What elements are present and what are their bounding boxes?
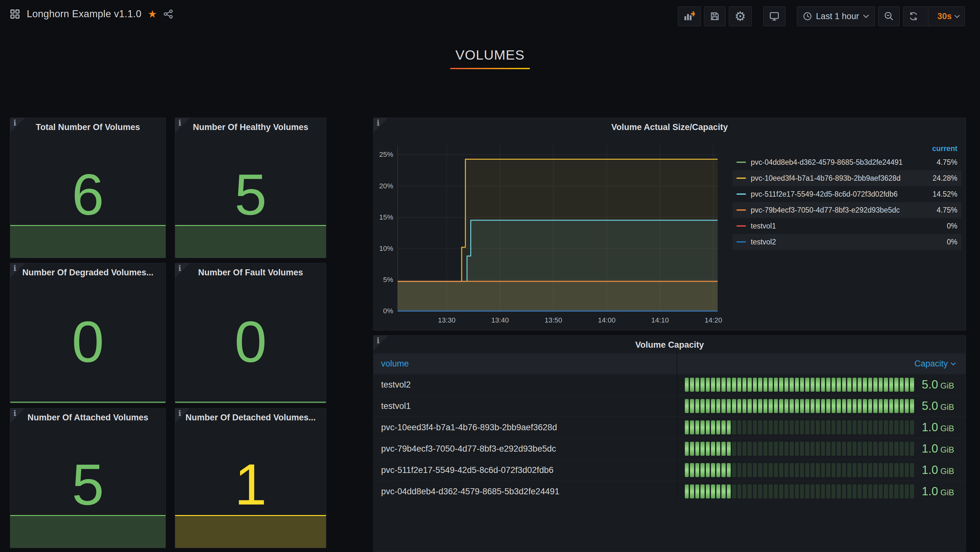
gauge-cell [695,399,699,413]
gauge-cell [863,399,867,413]
gauge-cell [795,399,799,413]
gauge-cell [695,463,699,477]
panel-info-icon[interactable]: i [175,118,190,132]
gauge-cell [832,399,835,413]
capacity-lcd-gauge [685,485,914,498]
gauge-cell [706,442,710,456]
gauge-cell [805,420,809,434]
gauge-cell [774,399,778,413]
gauge-cell [884,485,888,498]
table-panel-title[interactable]: Volume Capacity [374,340,966,350]
dashboard-title[interactable]: Longhorn Example v1.1.0 [27,8,142,20]
dashboard-header: Longhorn Example v1.1.0 ★ [10,8,173,20]
settings-button[interactable]: ⚙ [729,6,752,26]
gauge-cell [779,378,783,392]
cycle-view-mode-button[interactable] [763,6,786,26]
stat-panel-title[interactable]: Number Of Healthy Volumes [175,122,326,132]
stat-panel-title[interactable]: Total Number Of Volumes [10,122,165,132]
gauge-cell [764,399,767,413]
refresh-interval-dropdown[interactable]: 30s [933,11,964,21]
gauge-cell [753,463,757,477]
legend-series-current-value: 4.75% [937,206,958,214]
zoom-out-button[interactable] [878,6,900,26]
gauge-cell [879,420,883,434]
legend-series-name[interactable]: testvol2 [751,238,940,246]
timeseries-plot[interactable] [398,145,718,311]
gauge-cell [873,463,877,477]
table-row: pvc-10eed3f4-b7a1-4b76-893b-2bb9aef3628d… [374,416,966,438]
gauge-cell [889,442,893,456]
info-icon: i [178,118,181,128]
panel-info-icon[interactable]: i [374,118,388,132]
chart-legend: currentpvc-04dd8eb4-d362-4579-8685-5b3d2… [733,143,961,250]
gauge-cell [826,463,830,477]
gauge-cell [889,420,893,434]
gauge-cell [884,399,888,413]
stat-panel-title[interactable]: Number Of Detached Volumes... [175,413,326,423]
time-range-picker[interactable]: Last 1 hour [797,6,875,26]
panel-info-icon[interactable]: i [10,408,25,423]
gauge-cell [700,442,704,456]
dashboard-grid-icon[interactable] [10,9,21,19]
panel-info-icon[interactable]: i [175,408,190,423]
stat-panel-title[interactable]: Number Of Fault Volumes [175,268,326,278]
legend-series-name[interactable]: pvc-10eed3f4-b7a1-4b76-893b-2bb9aef3628d [751,174,926,183]
gauge-cell [700,378,704,392]
gauge-cell [842,485,846,498]
gauge-cell [837,399,840,413]
table-row: pvc-511f2e17-5549-42d5-8c6d-072f3d02fdb6… [374,459,966,480]
column-header-volume[interactable]: volume [374,359,409,369]
chart-panel-title[interactable]: Volume Actual Size/Capacity [374,122,966,132]
share-icon[interactable] [163,9,173,19]
gauge-cell [753,399,757,413]
star-icon[interactable]: ★ [148,9,157,19]
panel-info-icon[interactable]: i [10,263,25,278]
gauge-cell [685,378,689,392]
column-header-capacity[interactable]: Capacity [915,359,966,369]
table-row: pvc-79b4ecf3-7050-4d77-8bf3-e292d93be5dc… [374,438,966,459]
gauge-cell [858,463,862,477]
gauge-cell [884,442,888,456]
refresh-button[interactable] [903,11,924,21]
gauge-cell [711,442,715,456]
legend-series-name[interactable]: pvc-511f2e17-5549-42d5-8c6d-072f3d02fdb6 [751,190,926,199]
gauge-cell [800,378,804,392]
panel-info-icon[interactable]: i [10,118,25,132]
gauge-cell [816,399,819,413]
table-row: pvc-04dd8eb4-d362-4579-8685-5b3d2fe24491… [374,480,966,502]
stat-panel-title[interactable]: Number Of Attached Volumes [10,413,165,423]
gauge-cell [879,399,883,413]
stat-panel-title[interactable]: Number Of Degraded Volumes... [10,268,165,278]
legend-series-name[interactable]: pvc-79b4ecf3-7050-4d77-8bf3-e292d93be5dc [751,206,930,214]
info-icon: i [13,118,16,128]
gauge-cell [879,485,883,498]
gauge-cell [732,399,736,413]
gauge-cell [790,399,794,413]
gauge-cell [847,463,851,477]
gauge-cell [868,378,872,392]
table-header-row: volumeCapacity [374,353,966,374]
gauge-cell [690,442,694,456]
gauge-cell [685,485,689,498]
gauge-cell [711,485,715,498]
gauge-cell [758,485,762,498]
gauge-cell [853,420,856,434]
gauge-cell [790,442,794,456]
legend-current-header[interactable]: current [733,143,961,154]
legend-series-current-value: 0% [947,238,958,246]
gauge-cell [706,463,710,477]
save-dashboard-button[interactable] [704,6,725,26]
panel-volume-capacity: iVolume CapacityvolumeCapacitytestvol25.… [373,335,966,552]
gauge-cell [821,378,825,392]
legend-series-current-value: 4.75% [937,158,958,167]
info-icon: i [377,336,380,345]
gauge-cell [847,442,851,456]
legend-series-name[interactable]: testvol1 [751,222,940,230]
gauge-cell [753,485,757,498]
panel-info-icon[interactable]: i [374,336,388,350]
legend-series-name[interactable]: pvc-04dd8eb4-d362-4579-8685-5b3d2fe24491 [751,158,930,167]
gauge-cell [743,420,746,434]
gauge-cell [795,485,799,498]
add-panel-button[interactable] [678,6,701,26]
panel-info-icon[interactable]: i [175,263,190,278]
